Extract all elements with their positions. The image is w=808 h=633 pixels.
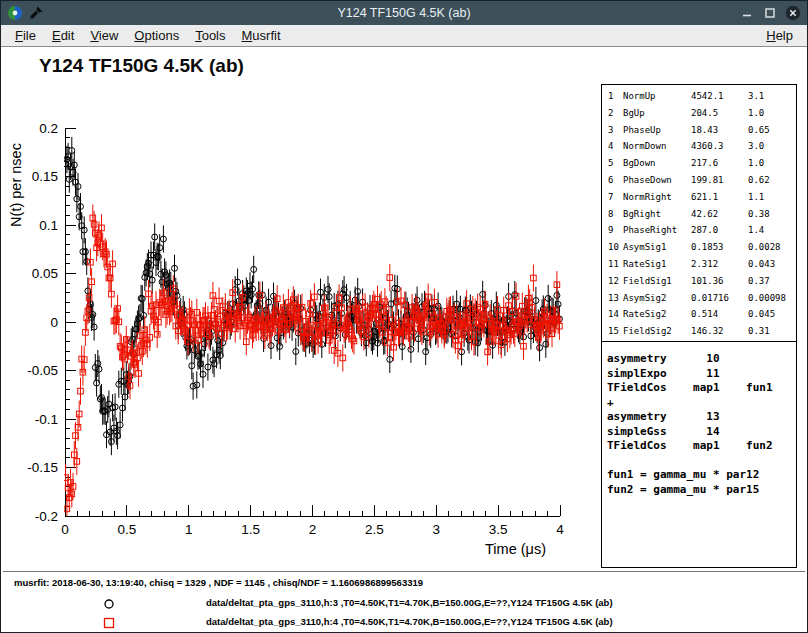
param-number: 15 — [608, 323, 623, 340]
param-number: 1 — [608, 88, 623, 105]
svg-text:0.15: 0.15 — [32, 169, 58, 184]
param-name: PhaseUp — [623, 122, 691, 139]
titlebar[interactable]: Y124 TF150G 4.5K (ab) — [1, 1, 807, 25]
param-name: AsymSig2 — [623, 290, 691, 307]
param-value: 146.32 — [691, 323, 748, 340]
svg-text:0: 0 — [61, 522, 69, 537]
param-error: 0.37 — [748, 273, 796, 290]
param-value: 4360.3 — [691, 138, 748, 155]
param-error: 0.0028 — [748, 239, 796, 256]
footer: musrfit: 2018-06-30, 13:19:40, chisq = 1… — [3, 571, 805, 632]
param-error: 1.0 — [748, 155, 796, 172]
close-button[interactable] — [785, 5, 801, 21]
svg-text:N(t) per nsec: N(t) per nsec — [8, 143, 24, 227]
param-name: RateSig2 — [623, 306, 691, 323]
menu-item-help[interactable]: Help — [758, 28, 801, 43]
legend-square-icon — [103, 615, 115, 633]
app-window: Y124 TF150G 4.5K (ab) FileEditViewOption… — [0, 0, 808, 633]
theory-box: asymmetry 10 simplExpo 11 TFieldCos map1… — [601, 341, 797, 568]
param-name: PhaseDown — [623, 172, 691, 189]
canvas-area: Y124 TF150G 4.5K (ab) -0.2-0.15-0.1-0.05… — [1, 47, 807, 632]
param-value: 199.81 — [691, 172, 748, 189]
param-row: 10AsymSig10.18530.0028 — [608, 239, 796, 256]
svg-text:Time (μs): Time (μs) — [485, 541, 546, 557]
menu-item-musrfit[interactable]: Musrfit — [234, 25, 289, 46]
param-value: 204.5 — [691, 105, 748, 122]
legend-item: data/deltat_pta_gps_3110,h:3 ,T0=4.50K,T… — [3, 594, 805, 612]
param-error: 0.62 — [748, 172, 796, 189]
svg-text:0.5: 0.5 — [118, 522, 137, 537]
param-value: 4542.1 — [691, 88, 748, 105]
svg-text:0.05: 0.05 — [32, 266, 58, 281]
param-number: 11 — [608, 256, 623, 273]
param-row: 2BgUp204.51.0 — [608, 105, 796, 122]
param-row: 4NormDown4360.33.0 — [608, 138, 796, 155]
svg-text:1: 1 — [185, 522, 193, 537]
param-name: NormUp — [623, 88, 691, 105]
pin-icon[interactable] — [28, 5, 44, 21]
param-error: 1.0 — [748, 105, 796, 122]
param-row: 3PhaseUp18.430.65 — [608, 122, 796, 139]
param-number: 8 — [608, 206, 623, 223]
titlebar-controls — [739, 5, 801, 21]
param-value: 18.43 — [691, 122, 748, 139]
menu-item-options[interactable]: Options — [126, 25, 187, 46]
svg-text:3: 3 — [433, 522, 441, 537]
svg-text:-0.2: -0.2 — [35, 509, 58, 524]
param-value: 101.36 — [691, 273, 748, 290]
menu-item-view[interactable]: View — [82, 25, 126, 46]
param-row: 8BgRight42.620.38 — [608, 206, 796, 223]
menu-item-edit[interactable]: Edit — [44, 25, 82, 46]
svg-text:4: 4 — [556, 522, 564, 537]
param-number: 13 — [608, 290, 623, 307]
param-value: 42.62 — [691, 206, 748, 223]
param-error: 3.0 — [748, 138, 796, 155]
param-number: 2 — [608, 105, 623, 122]
param-number: 12 — [608, 273, 623, 290]
param-row: 11RateSig12.3120.043 — [608, 256, 796, 273]
param-name: BgRight — [623, 206, 691, 223]
svg-text:2.5: 2.5 — [365, 522, 384, 537]
minimize-button[interactable] — [739, 5, 755, 21]
param-number: 3 — [608, 122, 623, 139]
param-number: 9 — [608, 222, 623, 239]
param-name: AsymSig1 — [623, 239, 691, 256]
param-value: 287.0 — [691, 222, 748, 239]
theory-text: asymmetry 10 simplExpo 11 TFieldCos map1… — [607, 352, 796, 497]
param-row: 13AsymSig20.017160.00098 — [608, 290, 796, 307]
param-error: 0.045 — [748, 306, 796, 323]
param-error: 0.00098 — [748, 290, 796, 307]
param-error: 1.1 — [748, 189, 796, 206]
param-value: 0.514 — [691, 306, 748, 323]
param-row: 5BgDown217.61.0 — [608, 155, 796, 172]
param-error: 1.4 — [748, 222, 796, 239]
param-row: 15FieldSig2146.320.31 — [608, 323, 796, 340]
param-value: 0.01716 — [691, 290, 748, 307]
param-number: 7 — [608, 189, 623, 206]
param-error: 0.38 — [748, 206, 796, 223]
maximize-button[interactable] — [762, 5, 778, 21]
window-title: Y124 TF150G 4.5K (ab) — [1, 6, 807, 20]
legend-label: data/deltat_pta_gps_3110,h:4 ,T0=4.50K,T… — [206, 616, 613, 627]
param-name: PhaseRight — [623, 222, 691, 239]
menu-item-file[interactable]: File — [7, 25, 44, 46]
svg-text:3.5: 3.5 — [489, 522, 508, 537]
param-name: FieldSig2 — [623, 323, 691, 340]
menubar: FileEditViewOptionsToolsMusrfit Help — [1, 25, 807, 47]
param-error: 3.1 — [748, 88, 796, 105]
param-name: BgDown — [623, 155, 691, 172]
param-number: 4 — [608, 138, 623, 155]
param-value: 2.312 — [691, 256, 748, 273]
legend-circle-icon — [103, 596, 115, 614]
param-row: 6PhaseDown199.810.62 — [608, 172, 796, 189]
param-name: NormDown — [623, 138, 691, 155]
svg-text:0: 0 — [50, 315, 58, 330]
fit-info: musrfit: 2018-06-30, 13:19:40, chisq = 1… — [14, 577, 423, 588]
svg-text:2: 2 — [309, 522, 317, 537]
menu-item-tools[interactable]: Tools — [187, 25, 233, 46]
app-icon — [7, 5, 23, 21]
param-value: 621.1 — [691, 189, 748, 206]
menu-left: FileEditViewOptionsToolsMusrfit — [7, 25, 289, 46]
plot-canvas[interactable]: -0.2-0.15-0.1-0.0500.050.10.150.200.511.… — [1, 47, 601, 572]
svg-text:0.1: 0.1 — [39, 218, 58, 233]
